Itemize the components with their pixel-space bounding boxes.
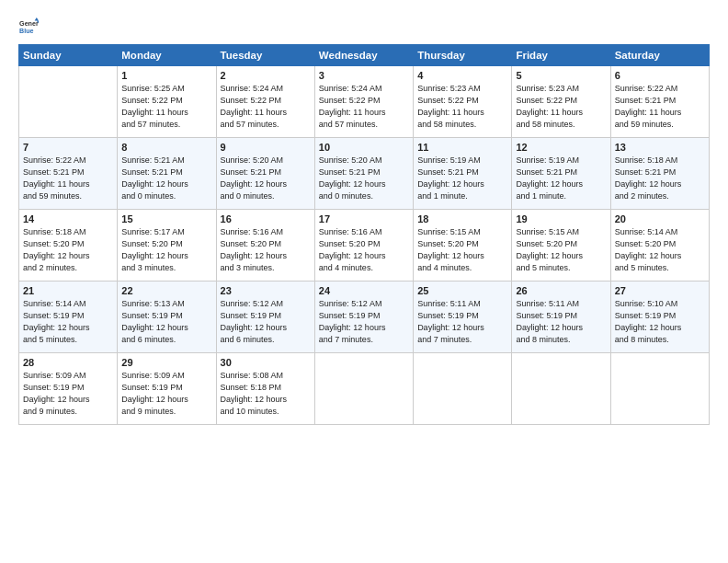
day-number: 1 [121, 70, 211, 81]
day-number: 28 [23, 357, 113, 368]
day-info: Sunrise: 5:14 AM Sunset: 5:19 PM Dayligh… [23, 298, 113, 346]
col-header-sunday: Sunday [19, 45, 118, 66]
day-cell [19, 66, 118, 138]
day-info: Sunrise: 5:09 AM Sunset: 5:19 PM Dayligh… [121, 370, 211, 418]
day-number: 25 [417, 285, 507, 296]
day-cell: 12Sunrise: 5:19 AM Sunset: 5:21 PM Dayli… [512, 138, 610, 210]
day-info: Sunrise: 5:12 AM Sunset: 5:19 PM Dayligh… [221, 298, 311, 346]
week-row-1: 1Sunrise: 5:25 AM Sunset: 5:22 PM Daylig… [19, 66, 710, 138]
day-info: Sunrise: 5:16 AM Sunset: 5:20 PM Dayligh… [319, 226, 409, 274]
day-cell: 17Sunrise: 5:16 AM Sunset: 5:20 PM Dayli… [314, 210, 413, 282]
week-row-5: 28Sunrise: 5:09 AM Sunset: 5:19 PM Dayli… [19, 353, 710, 425]
day-cell: 18Sunrise: 5:15 AM Sunset: 5:20 PM Dayli… [414, 210, 512, 282]
day-cell: 5Sunrise: 5:23 AM Sunset: 5:22 PM Daylig… [512, 66, 610, 138]
day-info: Sunrise: 5:09 AM Sunset: 5:19 PM Dayligh… [23, 370, 113, 418]
day-cell: 19Sunrise: 5:15 AM Sunset: 5:20 PM Dayli… [512, 210, 610, 282]
day-number: 15 [121, 213, 211, 224]
day-cell: 2Sunrise: 5:24 AM Sunset: 5:22 PM Daylig… [216, 66, 314, 138]
logo: General Blue [18, 17, 42, 37]
day-info: Sunrise: 5:17 AM Sunset: 5:20 PM Dayligh… [121, 226, 211, 274]
day-info: Sunrise: 5:18 AM Sunset: 5:20 PM Dayligh… [23, 226, 113, 274]
day-cell: 30Sunrise: 5:08 AM Sunset: 5:18 PM Dayli… [216, 353, 314, 425]
week-row-3: 14Sunrise: 5:18 AM Sunset: 5:20 PM Dayli… [19, 210, 710, 282]
day-cell [314, 353, 413, 425]
day-number: 29 [121, 357, 211, 368]
day-cell: 13Sunrise: 5:18 AM Sunset: 5:21 PM Dayli… [610, 138, 709, 210]
day-cell: 26Sunrise: 5:11 AM Sunset: 5:19 PM Dayli… [512, 282, 610, 353]
calendar-header-row: SundayMondayTuesdayWednesdayThursdayFrid… [19, 45, 710, 66]
day-cell [610, 353, 709, 425]
day-cell: 22Sunrise: 5:13 AM Sunset: 5:19 PM Dayli… [118, 282, 216, 353]
day-cell: 23Sunrise: 5:12 AM Sunset: 5:19 PM Dayli… [216, 282, 314, 353]
day-cell: 28Sunrise: 5:09 AM Sunset: 5:19 PM Dayli… [19, 353, 118, 425]
day-info: Sunrise: 5:10 AM Sunset: 5:19 PM Dayligh… [615, 298, 705, 346]
col-header-saturday: Saturday [610, 45, 709, 66]
day-number: 30 [221, 357, 311, 368]
day-info: Sunrise: 5:25 AM Sunset: 5:22 PM Dayligh… [121, 83, 211, 131]
day-number: 2 [221, 70, 311, 81]
day-cell: 15Sunrise: 5:17 AM Sunset: 5:20 PM Dayli… [118, 210, 216, 282]
day-info: Sunrise: 5:23 AM Sunset: 5:22 PM Dayligh… [417, 83, 507, 131]
day-cell [512, 353, 610, 425]
day-info: Sunrise: 5:14 AM Sunset: 5:20 PM Dayligh… [615, 226, 705, 274]
day-info: Sunrise: 5:20 AM Sunset: 5:21 PM Dayligh… [319, 155, 409, 202]
day-cell: 10Sunrise: 5:20 AM Sunset: 5:21 PM Dayli… [314, 138, 413, 210]
day-cell: 20Sunrise: 5:14 AM Sunset: 5:20 PM Dayli… [610, 210, 709, 282]
day-cell [414, 353, 512, 425]
day-number: 3 [319, 70, 409, 81]
day-cell: 4Sunrise: 5:23 AM Sunset: 5:22 PM Daylig… [414, 66, 512, 138]
day-number: 27 [615, 285, 705, 296]
day-number: 21 [23, 285, 113, 296]
day-number: 16 [221, 213, 311, 224]
day-cell: 6Sunrise: 5:22 AM Sunset: 5:21 PM Daylig… [610, 66, 709, 138]
day-number: 17 [319, 213, 409, 224]
day-number: 26 [516, 285, 606, 296]
day-cell: 25Sunrise: 5:11 AM Sunset: 5:19 PM Dayli… [414, 282, 512, 353]
day-info: Sunrise: 5:16 AM Sunset: 5:20 PM Dayligh… [221, 226, 311, 274]
day-info: Sunrise: 5:19 AM Sunset: 5:21 PM Dayligh… [516, 155, 606, 202]
day-info: Sunrise: 5:20 AM Sunset: 5:21 PM Dayligh… [221, 155, 311, 202]
day-cell: 16Sunrise: 5:16 AM Sunset: 5:20 PM Dayli… [216, 210, 314, 282]
col-header-monday: Monday [118, 45, 216, 66]
svg-text:General: General [19, 20, 39, 28]
day-info: Sunrise: 5:18 AM Sunset: 5:21 PM Dayligh… [615, 155, 705, 202]
day-cell: 24Sunrise: 5:12 AM Sunset: 5:19 PM Dayli… [314, 282, 413, 353]
day-info: Sunrise: 5:22 AM Sunset: 5:21 PM Dayligh… [615, 83, 705, 131]
day-info: Sunrise: 5:08 AM Sunset: 5:18 PM Dayligh… [221, 370, 311, 418]
svg-marker-2 [35, 17, 39, 20]
day-cell: 9Sunrise: 5:20 AM Sunset: 5:21 PM Daylig… [216, 138, 314, 210]
col-header-wednesday: Wednesday [314, 45, 413, 66]
day-cell: 8Sunrise: 5:21 AM Sunset: 5:21 PM Daylig… [118, 138, 216, 210]
day-number: 14 [23, 213, 113, 224]
day-number: 19 [516, 213, 606, 224]
day-number: 10 [319, 142, 409, 153]
header: General Blue [18, 17, 710, 37]
day-cell: 14Sunrise: 5:18 AM Sunset: 5:20 PM Dayli… [19, 210, 118, 282]
day-info: Sunrise: 5:15 AM Sunset: 5:20 PM Dayligh… [417, 226, 507, 274]
day-info: Sunrise: 5:11 AM Sunset: 5:19 PM Dayligh… [417, 298, 507, 346]
day-cell: 1Sunrise: 5:25 AM Sunset: 5:22 PM Daylig… [118, 66, 216, 138]
logo-icon: General Blue [18, 17, 39, 37]
week-row-4: 21Sunrise: 5:14 AM Sunset: 5:19 PM Dayli… [19, 282, 710, 353]
day-cell: 29Sunrise: 5:09 AM Sunset: 5:19 PM Dayli… [118, 353, 216, 425]
day-number: 20 [615, 213, 705, 224]
col-header-tuesday: Tuesday [216, 45, 314, 66]
day-info: Sunrise: 5:15 AM Sunset: 5:20 PM Dayligh… [516, 226, 606, 274]
day-number: 12 [516, 142, 606, 153]
day-cell: 21Sunrise: 5:14 AM Sunset: 5:19 PM Dayli… [19, 282, 118, 353]
day-info: Sunrise: 5:24 AM Sunset: 5:22 PM Dayligh… [319, 83, 409, 131]
day-cell: 7Sunrise: 5:22 AM Sunset: 5:21 PM Daylig… [19, 138, 118, 210]
day-info: Sunrise: 5:23 AM Sunset: 5:22 PM Dayligh… [516, 83, 606, 131]
day-info: Sunrise: 5:24 AM Sunset: 5:22 PM Dayligh… [221, 83, 311, 131]
day-number: 5 [516, 70, 606, 81]
day-cell: 3Sunrise: 5:24 AM Sunset: 5:22 PM Daylig… [314, 66, 413, 138]
day-cell: 11Sunrise: 5:19 AM Sunset: 5:21 PM Dayli… [414, 138, 512, 210]
day-number: 4 [417, 70, 507, 81]
day-info: Sunrise: 5:11 AM Sunset: 5:19 PM Dayligh… [516, 298, 606, 346]
day-number: 8 [121, 142, 211, 153]
day-number: 9 [221, 142, 311, 153]
day-number: 22 [121, 285, 211, 296]
day-info: Sunrise: 5:22 AM Sunset: 5:21 PM Dayligh… [23, 155, 113, 202]
day-number: 24 [319, 285, 409, 296]
day-number: 13 [615, 142, 705, 153]
